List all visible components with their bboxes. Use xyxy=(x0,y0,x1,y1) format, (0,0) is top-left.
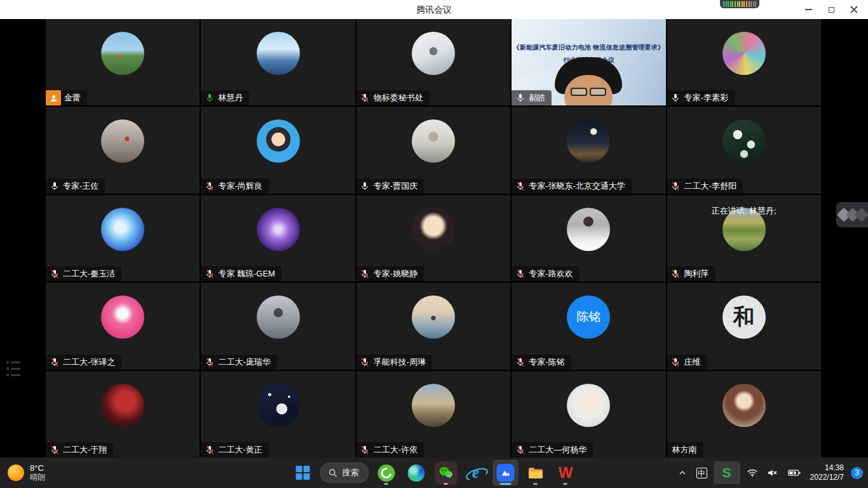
participant-tile[interactable]: 《新能源汽车废旧动力电池 物流信息追溯管理要求》行业标准审查会议全国物流标准化技… xyxy=(512,19,665,105)
sogou-icon: S xyxy=(722,465,731,480)
wifi-button[interactable] xyxy=(744,461,761,484)
weather-widget[interactable]: 8°C 晴朗 xyxy=(8,458,45,488)
participant-name: 郝皓 xyxy=(529,92,545,104)
search-box[interactable]: 搜索 xyxy=(320,463,369,483)
windows-logo-icon xyxy=(295,465,311,480)
participant-tile[interactable]: 专家-王佐 xyxy=(46,107,200,193)
mic-muted-icon xyxy=(515,356,526,367)
participant-tile[interactable]: 专家-张晓东-北京交通大学 xyxy=(512,107,665,193)
participant-tile[interactable]: 林方南 xyxy=(667,371,821,458)
participant-tile[interactable]: 林慧丹 xyxy=(201,19,355,105)
participant-name-label: 陶利萍 xyxy=(667,266,715,281)
participant-tile[interactable]: 正在讲话: 林慧丹;陶利萍 xyxy=(667,195,821,281)
participant-tile[interactable]: 陈铭专家-陈铭 xyxy=(512,283,665,369)
participant-tile[interactable]: 二工大-李舒阳 xyxy=(667,107,821,193)
participant-name-label: 二工大-于翔 xyxy=(46,442,113,458)
taskbar-app-internet-explorer[interactable]: e xyxy=(463,460,489,485)
mic-icon xyxy=(670,93,681,104)
search-label: 搜索 xyxy=(342,467,359,478)
taskbar-app-file-explorer[interactable] xyxy=(523,460,548,485)
text-avatar: 和 xyxy=(722,295,766,339)
maximize-button[interactable] xyxy=(820,0,843,19)
edge-icon xyxy=(407,464,424,482)
avatar xyxy=(257,32,300,75)
mic-muted-icon xyxy=(49,444,60,455)
backdrop-title-line1: 《新能源汽车废旧动力电池 物流信息追溯管理要求》 xyxy=(512,43,665,52)
participant-tile[interactable]: 孚能科技-周琳 xyxy=(356,283,510,369)
participant-name-label: 孚能科技-周琳 xyxy=(356,355,432,370)
participant-tile[interactable]: 二工大-秦玉洁 xyxy=(46,195,200,281)
search-icon xyxy=(329,468,338,478)
avatar xyxy=(412,295,455,339)
participant-grid: 金蕾林慧丹物标委秘书处《新能源汽车废旧动力电池 物流信息追溯管理要求》行业标准审… xyxy=(46,19,821,458)
taskbar-app-edge[interactable] xyxy=(403,460,429,485)
participant-tile[interactable]: 二工大-黄正 xyxy=(201,371,355,458)
running-indicator xyxy=(563,483,567,485)
participant-name-label: 专家-张晓东-北京交通大学 xyxy=(512,179,632,194)
participant-name: 专家 魏琼-GEM xyxy=(218,268,275,280)
participant-tile[interactable]: 专家 魏琼-GEM xyxy=(201,195,355,281)
sogou-input-button[interactable]: S xyxy=(714,461,740,484)
participant-name-label: 郝皓 xyxy=(512,90,552,105)
notification-badge[interactable]: 3 xyxy=(851,467,863,479)
minimize-button[interactable] xyxy=(797,0,820,19)
avatar xyxy=(722,384,766,427)
avatar xyxy=(101,384,144,427)
mic-muted-icon xyxy=(515,269,526,280)
taskbar-app-wps-office[interactable]: W xyxy=(553,460,578,485)
participant-name: 二工大-庞瑞华 xyxy=(218,356,270,368)
tencent-meeting-icon xyxy=(497,464,515,482)
participant-tile[interactable]: 和庄维 xyxy=(667,283,821,369)
avatar xyxy=(101,295,144,339)
participant-name-label: 林慧丹 xyxy=(201,90,249,105)
participant-name-label: 专家-尚辉良 xyxy=(201,179,268,194)
mic-muted-icon xyxy=(515,180,526,191)
avatar xyxy=(257,119,300,163)
battery-charging-icon xyxy=(787,467,801,478)
participant-tile[interactable]: 二工大-于翔 xyxy=(46,371,200,458)
participant-tile[interactable]: 二工大-许依 xyxy=(356,371,510,458)
docked-panel-tab[interactable] xyxy=(836,202,868,227)
taskbar-app-wechat[interactable] xyxy=(433,460,459,485)
avatar xyxy=(257,384,300,427)
participant-tile[interactable]: 二工大-庞瑞华 xyxy=(201,283,355,369)
mic-muted-icon xyxy=(360,356,370,367)
avatar xyxy=(722,119,766,163)
start-button[interactable] xyxy=(290,460,316,485)
audio-level-meter-widget[interactable] xyxy=(720,0,759,8)
running-indicator xyxy=(444,483,448,485)
clock[interactable]: 14:38 2022/12/7 xyxy=(810,463,844,482)
battery-button[interactable] xyxy=(785,461,804,484)
participant-name: 二工大-许依 xyxy=(374,444,417,456)
active-app-indicator xyxy=(500,483,512,485)
mic-muted-icon xyxy=(204,269,215,280)
taskbar-app-browser-360[interactable] xyxy=(374,460,399,485)
folder-icon xyxy=(527,464,544,482)
participant-tile[interactable]: 专家-姚晓静 xyxy=(356,195,510,281)
participant-tile[interactable]: 二工大—何杨华 xyxy=(512,371,665,458)
participant-tile[interactable]: 专家-曹国庆 xyxy=(356,107,510,193)
participant-name-label: 专家-姚晓静 xyxy=(356,266,424,281)
taskbar-app-tencent-meeting[interactable] xyxy=(493,460,519,485)
participant-name-label: 二工大-秦玉洁 xyxy=(46,266,121,281)
participant-name-label: 二工大-许依 xyxy=(356,442,424,458)
volume-muted-button[interactable] xyxy=(764,461,781,484)
participant-tile[interactable]: 物标委秘书处 xyxy=(356,19,510,105)
participant-tile[interactable]: 专家-李素彩 xyxy=(667,19,821,105)
taskbar-center: 搜索 e xyxy=(290,458,578,488)
layout-list-icon[interactable] xyxy=(6,361,22,376)
participant-name: 物标委秘书处 xyxy=(374,92,423,104)
participant-tile[interactable]: 二工大-张译之 xyxy=(46,283,200,369)
mic-muted-icon xyxy=(515,444,526,455)
participant-tile[interactable]: 金蕾 xyxy=(46,19,200,105)
participant-tile[interactable]: 专家-尚辉良 xyxy=(201,107,355,193)
tray-date: 2022/12/7 xyxy=(810,473,844,482)
participant-name: 二工大-于翔 xyxy=(63,444,107,456)
tray-chevron-button[interactable] xyxy=(675,461,690,484)
close-button[interactable] xyxy=(843,0,865,19)
participant-name-label: 庄维 xyxy=(667,355,707,370)
participant-name: 孚能科技-周琳 xyxy=(374,356,426,368)
titlebar: 腾讯会议 xyxy=(0,0,868,19)
participant-tile[interactable]: 专家-路欢欢 xyxy=(512,195,665,281)
ime-indicator[interactable]: 中 xyxy=(694,461,710,484)
